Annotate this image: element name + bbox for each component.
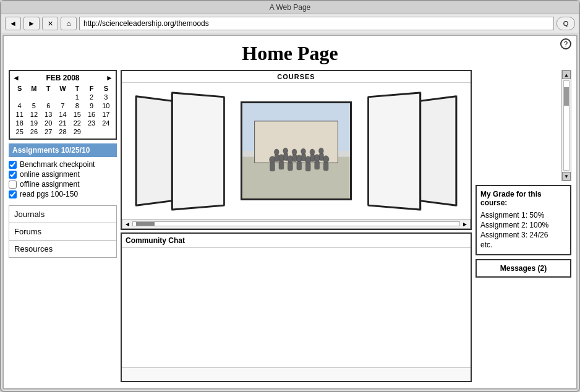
calendar-day-header: F [84,84,98,93]
community-chat: Community Chat [121,232,472,382]
nav-link-item[interactable]: Forums [9,223,116,241]
svg-rect-9 [288,162,293,170]
book-left-near[interactable] [171,92,225,210]
calendar-day [41,93,56,101]
page-heading: Home Page [4,36,576,70]
calendar-day-header: T [41,84,56,93]
calendar-day[interactable]: 29 [70,127,84,136]
home-button[interactable]: ⌂ [61,17,77,30]
calendar-next[interactable]: ► [106,74,113,82]
assignments-list: Benchmark checkpointonline assignmentoff… [9,160,117,199]
carousel-scrollbar[interactable]: ◄ ► [122,219,471,229]
calendar-day[interactable]: 17 [99,110,113,119]
calendar-day[interactable]: 24 [99,119,113,127]
calendar-day-header: S [12,84,27,93]
calendar-header: ◄ FEB 2008 ► [12,74,113,82]
chat-input-bar[interactable] [122,367,471,381]
calendar-day[interactable]: 9 [84,101,98,110]
center-content: COURSES [121,70,472,382]
svg-rect-13 [305,163,310,171]
calendar-day[interactable]: 4 [12,101,27,110]
assignment-label: Benchmark checkpoint [20,160,95,169]
scroll-left-arrow[interactable]: ◄ [124,221,130,228]
close-button[interactable]: ✕ [42,17,58,30]
assignment-checkbox[interactable] [9,181,17,189]
svg-rect-21 [284,153,288,161]
search-button[interactable]: Q [557,17,575,30]
back-button[interactable]: ◄ [5,17,21,30]
calendar-day[interactable]: 18 [12,119,27,127]
chat-body [122,248,471,367]
left-sidebar: ◄ FEB 2008 ► SMTWTFS 1234567891011121314… [9,70,117,382]
scrollbar-widget: ▲ ▼ [561,70,571,181]
assignment-item: Benchmark checkpoint [9,160,117,169]
calendar-day[interactable]: 12 [27,110,41,119]
svg-point-6 [278,155,284,162]
calendar-day[interactable]: 26 [27,127,41,136]
calendar-day[interactable]: 15 [70,110,84,119]
nav-link-item[interactable]: Resources [9,241,116,257]
calendar-day[interactable]: 21 [56,119,70,127]
scroll-thumb [136,222,155,226]
assignment-checkbox[interactable] [9,171,17,179]
svg-rect-5 [270,163,275,171]
calendar-day[interactable]: 22 [70,119,84,127]
book-right-near[interactable] [367,92,421,210]
calendar-day[interactable]: 27 [41,127,56,136]
svg-point-12 [305,156,311,164]
svg-point-14 [314,155,320,162]
calendar-day[interactable]: 16 [84,110,98,119]
calendar-prev[interactable]: ◄ [12,74,20,82]
page-content: ? Home Page ◄ FEB 2008 ► SMTWTFS 1 [2,35,578,390]
calendar-day[interactable]: 28 [56,127,70,136]
calendar-day[interactable]: 20 [41,119,56,127]
title-bar: A Web Page [1,1,579,14]
assignment-checkbox[interactable] [9,161,17,169]
calendar-day[interactable]: 8 [70,101,84,110]
svg-point-22 [292,149,297,155]
calendar-day-header: M [27,84,41,93]
nav-link-item[interactable]: Journals [9,206,116,223]
calendar-day[interactable]: 3 [99,93,113,101]
calendar-day[interactable]: 5 [27,101,41,110]
scroll-up-button[interactable]: ▲ [562,70,571,79]
chat-header: Community Chat [122,234,471,248]
svg-point-24 [301,148,306,155]
calendar-day[interactable]: 23 [84,119,98,127]
grade-item: etc. [480,241,566,249]
grade-item: Assignment 2: 100% [480,221,566,229]
svg-rect-11 [297,161,302,169]
course-photo[interactable] [241,101,352,200]
scroll-down-button[interactable]: ▼ [562,172,571,181]
calendar-day [12,93,27,101]
main-layout: ◄ FEB 2008 ► SMTWTFS 1234567891011121314… [4,70,576,382]
svg-rect-17 [323,162,328,170]
calendar-day[interactable]: 6 [41,101,56,110]
forward-button[interactable]: ► [23,17,40,30]
calendar-day[interactable]: 19 [27,119,41,127]
address-bar[interactable] [79,17,554,30]
calendar: ◄ FEB 2008 ► SMTWTFS 1234567891011121314… [9,70,117,140]
calendar-day[interactable]: 14 [56,110,70,119]
calendar-day[interactable]: 13 [41,110,56,119]
calendar-day[interactable]: 10 [99,101,113,110]
help-icon[interactable]: ? [560,38,571,49]
svg-point-8 [288,156,294,163]
calendar-day[interactable]: 1 [70,93,84,101]
courses-header: COURSES [122,71,471,83]
calendar-day[interactable]: 25 [12,127,27,136]
calendar-day[interactable]: 7 [56,101,70,110]
nav-links-list: JournalsForumsResources [9,206,116,257]
scroll-right-arrow[interactable]: ► [462,221,468,228]
assignment-item: offline assignment [9,179,117,189]
right-sidebar: ▲ ▼ My Grade for this course: Assignment… [476,70,571,382]
svg-rect-19 [275,155,279,162]
svg-rect-29 [320,153,324,161]
svg-rect-27 [310,155,315,162]
svg-point-16 [323,156,329,163]
messages-button[interactable]: Messages (2) [476,259,571,278]
calendar-day[interactable]: 11 [12,110,27,119]
toolbar: ◄ ► ✕ ⌂ Q [1,14,579,33]
assignment-checkbox[interactable] [9,190,17,198]
calendar-day[interactable]: 2 [84,93,98,101]
